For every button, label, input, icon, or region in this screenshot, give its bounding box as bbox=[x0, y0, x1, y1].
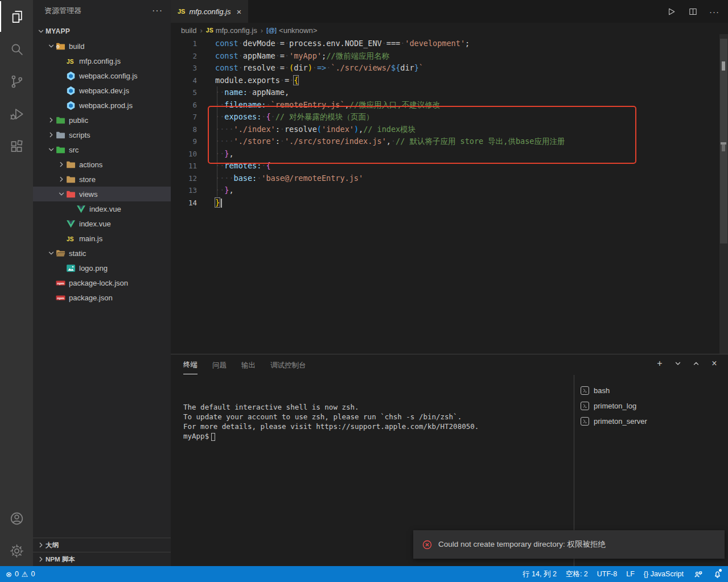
line-number: 1 bbox=[171, 38, 197, 50]
activity-settings[interactable] bbox=[0, 535, 33, 566]
status-2[interactable]: 空格: 2 bbox=[566, 569, 588, 579]
line-content: ··filename:·`remoteEntry.js`,//微应用入口,不建议… bbox=[197, 99, 440, 112]
code-token: = bbox=[280, 39, 285, 48]
code-token: · bbox=[285, 63, 289, 72]
tree-item-build[interactable]: ⚙build bbox=[33, 39, 171, 53]
code-token: · bbox=[312, 63, 317, 72]
code-token: dir bbox=[294, 63, 307, 72]
code-token: ` bbox=[419, 63, 423, 72]
code-token: 'index' bbox=[322, 125, 354, 134]
tree-item-index-vue[interactable]: index.vue bbox=[33, 216, 171, 231]
line-content: } bbox=[197, 197, 222, 209]
tree-item-logo-png[interactable]: logo.png bbox=[33, 261, 171, 275]
problems-status[interactable]: ⊗ 0 ⚠ 0 bbox=[6, 570, 35, 579]
tree-item-store[interactable]: store bbox=[33, 172, 171, 187]
section-item[interactable]: 大纲 bbox=[33, 538, 171, 552]
new-terminal-button[interactable]: + bbox=[654, 358, 665, 369]
activity-search[interactable] bbox=[0, 34, 33, 64]
more-actions-button[interactable]: ··· bbox=[706, 3, 722, 19]
code-token: //微应用入口,不建议修改 bbox=[349, 100, 440, 109]
terminal-instance-primeton-log[interactable]: primeton_log bbox=[581, 398, 728, 414]
activity-explorer[interactable] bbox=[0, 1, 33, 32]
panel-tab-item[interactable]: 问题 bbox=[212, 356, 227, 374]
tree-item-public[interactable]: public bbox=[33, 113, 171, 127]
tree-item-label: package-lock.json bbox=[69, 279, 128, 287]
notification-toast[interactable]: Could not create temporary directory: 权限… bbox=[413, 530, 725, 559]
terminal-icon bbox=[581, 386, 589, 395]
tree-item-label: webpack.dev.js bbox=[79, 86, 129, 95]
tree-item-index-vue[interactable]: index.vue bbox=[33, 201, 171, 216]
chevron-spacer bbox=[47, 293, 56, 302]
folder-build-icon: ⚙ bbox=[56, 42, 65, 51]
status-javascript[interactable]: {} JavaScript bbox=[644, 570, 684, 578]
editor-scrollbar[interactable] bbox=[719, 34, 728, 354]
js-icon: JS bbox=[66, 234, 76, 243]
overview-ruler-mark bbox=[722, 145, 725, 151]
code-token: : bbox=[275, 137, 280, 146]
code-token: exposes: bbox=[224, 112, 261, 121]
tree-item-scripts[interactable]: scripts bbox=[33, 127, 171, 142]
tree-item-package-json[interactable]: npmpackage.json bbox=[33, 290, 171, 305]
activity-account[interactable] bbox=[0, 503, 33, 534]
breadcrumb-item-unknown[interactable]: [@]<unknown> bbox=[266, 26, 317, 35]
status-lf[interactable]: LF bbox=[626, 570, 635, 578]
npm-icon: npm bbox=[56, 293, 65, 302]
section-npm[interactable]: NPM 脚本 bbox=[33, 552, 171, 566]
feedback-icon[interactable] bbox=[693, 569, 703, 579]
chevron-spacer bbox=[57, 71, 66, 80]
more-actions-icon[interactable]: ··· bbox=[152, 6, 163, 16]
chevron-spacer bbox=[57, 86, 66, 95]
extensions-icon bbox=[9, 139, 24, 154]
split-editor-button[interactable] bbox=[685, 3, 701, 19]
notifications-bell-icon[interactable] bbox=[712, 569, 722, 579]
panel-tab-item[interactable]: 输出 bbox=[241, 356, 256, 374]
error-icon bbox=[422, 540, 432, 550]
tree-item-package-lock-json[interactable]: npmpackage-lock.json bbox=[33, 275, 171, 290]
sidebar-title: 资源管理器 bbox=[44, 6, 81, 16]
terminal-cursor bbox=[211, 433, 215, 441]
code-token: · bbox=[382, 39, 386, 48]
tree-item-webpack-config-js[interactable]: webpack.config.js bbox=[33, 68, 171, 83]
status-14-2[interactable]: 行 14, 列 2 bbox=[523, 569, 557, 579]
terminal-profile-dropdown-button[interactable] bbox=[672, 358, 684, 369]
activity-extensions[interactable] bbox=[0, 131, 33, 162]
panel-tab-item[interactable]: 终端 bbox=[183, 355, 198, 374]
terminal-instance-primeton-server[interactable]: primeton_server bbox=[581, 414, 728, 429]
tree-item-label: scripts bbox=[69, 131, 91, 139]
maximize-panel-button[interactable] bbox=[690, 358, 702, 369]
chevron-down-icon bbox=[47, 42, 56, 51]
terminal-instance-bash[interactable]: bash bbox=[581, 383, 728, 398]
activity-source-control[interactable] bbox=[0, 66, 33, 97]
tree-item-main-js[interactable]: JSmain.js bbox=[33, 231, 171, 246]
tab-label: mfp.config.js bbox=[189, 7, 231, 16]
close-panel-button[interactable]: × bbox=[709, 358, 720, 369]
breadcrumb-item-build[interactable]: build bbox=[181, 26, 196, 35]
tree-item-src[interactable]: src bbox=[33, 142, 171, 157]
breadcrumb-item-mfp-config-js[interactable]: JSmfp.config.js bbox=[206, 26, 257, 35]
tree-item-mfp-config-js[interactable]: JSmfp.config.js bbox=[33, 53, 171, 68]
chevron-spacer bbox=[67, 204, 76, 213]
tree-item-myapp[interactable]: MYAPP bbox=[33, 24, 171, 39]
terminal-output[interactable]: The default interactive shell is now zsh… bbox=[183, 402, 479, 441]
close-icon[interactable]: × bbox=[236, 7, 241, 16]
folder-views-icon bbox=[66, 189, 76, 199]
tab-mfp-config-js[interactable]: JS mfp.config.js × bbox=[171, 0, 248, 23]
line-number: 14 bbox=[171, 197, 197, 209]
activity-run-debug[interactable] bbox=[0, 98, 33, 129]
code-line-4: 4module.exports·=·{ bbox=[171, 75, 719, 87]
tree-item-actions[interactable]: actions bbox=[33, 157, 171, 172]
line-content: ··}, bbox=[197, 184, 234, 197]
chevron-spacer bbox=[57, 219, 66, 228]
status-utf-8[interactable]: UTF-8 bbox=[597, 570, 617, 578]
code-editor[interactable]: 1const·devMode·=·process.env.NODE_ENV·==… bbox=[171, 38, 719, 209]
code-line-14: 14} bbox=[171, 197, 719, 209]
code-token: , bbox=[229, 185, 233, 195]
code-line-5: 5··name:·appName, bbox=[171, 86, 719, 99]
panel-tab-item[interactable]: 调试控制台 bbox=[270, 356, 306, 374]
folder-open-icon bbox=[56, 249, 65, 258]
tree-item-views[interactable]: views bbox=[33, 187, 171, 201]
tree-item-webpack-dev-js[interactable]: webpack.dev.js bbox=[33, 83, 171, 98]
tree-item-static[interactable]: static bbox=[33, 246, 171, 261]
run-button[interactable] bbox=[663, 3, 679, 19]
tree-item-webpack-prod-js[interactable]: webpack.prod.js bbox=[33, 98, 171, 113]
